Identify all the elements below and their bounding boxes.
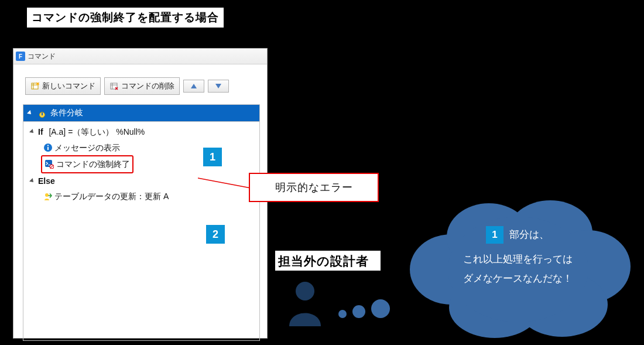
move-down-button[interactable] (208, 80, 229, 93)
tree-root-row[interactable]: 条件分岐 (23, 105, 259, 122)
svg-marker-7 (191, 84, 197, 88)
info-icon (43, 143, 53, 152)
expand-icon (29, 178, 35, 184)
thought-dot (338, 310, 347, 318)
window-titlebar: F コマンド (13, 49, 267, 64)
new-command-button[interactable]: 新しいコマンド (25, 77, 101, 95)
if-keyword: If (38, 124, 43, 140)
force-stop-row[interactable]: コマンドの強制終了 (23, 155, 259, 173)
else-keyword: Else (38, 173, 55, 189)
move-up-button[interactable] (183, 80, 204, 93)
svg-point-11 (41, 110, 43, 112)
designer-label: 担当外の設計者 (278, 253, 369, 269)
badge-2: 2 (206, 225, 225, 244)
window-title: コマンド (28, 52, 56, 62)
cloud-badge-1: 1 (486, 226, 503, 244)
diagram-title: コマンドの強制終了を配置する場合 (27, 8, 224, 28)
delete-command-button[interactable]: コマンドの削除 (104, 77, 180, 95)
expand-icon (27, 110, 33, 116)
svg-marker-8 (215, 84, 221, 88)
svg-rect-13 (47, 147, 49, 150)
cloud-content: 1 部分は、 これ以上処理を行っては ダメなケースなんだな！ (427, 226, 608, 288)
msg-display-row[interactable]: メッセージの表示 (23, 140, 259, 156)
cloud-line3: ダメなケースなんだな！ (427, 269, 608, 288)
if-row[interactable]: If [A.a] =（等しい） %Null% (23, 124, 259, 140)
expand-icon (29, 129, 35, 135)
branch-icon (37, 108, 47, 118)
callout-box: 明示的なエラー (249, 173, 379, 202)
thought-dot (371, 299, 390, 318)
update-table-icon (43, 192, 53, 201)
toolbar: 新しいコマンド コマンドの削除 (13, 64, 267, 101)
command-window: F コマンド 新しいコマンド (13, 48, 268, 339)
svg-point-19 (45, 193, 49, 197)
app-icon: F (16, 52, 25, 61)
cloud-line2: これ以上処理を行っては (427, 250, 608, 269)
command-tree: 条件分岐 If [A.a] =（等しい） %Null% メッセージの表示 (23, 104, 260, 341)
badge-1: 1 (203, 148, 222, 166)
svg-rect-14 (47, 145, 49, 146)
thought-dots (338, 299, 390, 318)
arrow-up-icon (190, 83, 197, 89)
svg-rect-10 (42, 112, 43, 115)
force-stop-label: コマンドの強制終了 (56, 156, 130, 172)
thought-cloud: 1 部分は、 これ以上処理を行っては ダメなケースなんだな！ (395, 196, 635, 340)
delete-command-label: コマンドの削除 (121, 81, 174, 91)
if-condition: [A.a] =（等しい） %Null% (49, 124, 145, 140)
new-command-label: 新しいコマンド (42, 81, 95, 91)
thought-dot (352, 305, 365, 318)
cloud-line1-suffix: 部分は、 (509, 226, 549, 244)
tree-root-label: 条件分岐 (50, 108, 83, 118)
update-row-label: テーブルデータの更新：更新 A (54, 189, 169, 204)
msg-display-label: メッセージの表示 (54, 140, 120, 156)
arrow-down-icon (215, 83, 222, 89)
tree-body: If [A.a] =（等しい） %Null% メッセージの表示 (23, 122, 259, 204)
callout-text: 明示的なエラー (275, 180, 353, 194)
else-row[interactable]: Else (23, 173, 259, 189)
new-command-icon (30, 81, 40, 91)
force-stop-icon (44, 159, 54, 169)
update-row[interactable]: テーブルデータの更新：更新 A (23, 189, 259, 204)
svg-point-21 (296, 282, 314, 300)
highlight-box: コマンドの強制終了 (41, 155, 133, 173)
person-icon (285, 279, 326, 326)
delete-command-icon (109, 81, 119, 91)
